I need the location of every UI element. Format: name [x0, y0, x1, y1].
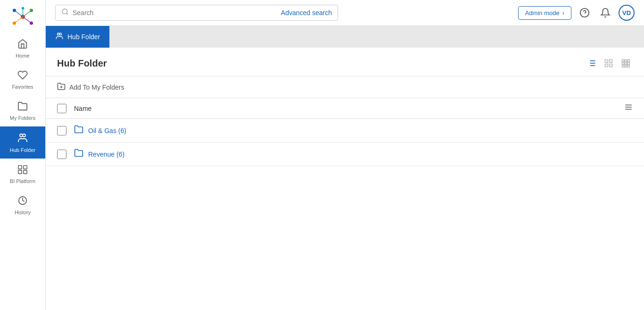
svg-rect-31: [610, 60, 612, 63]
table-header-menu-icon[interactable]: [624, 103, 633, 114]
admin-mode-button[interactable]: Admin mode ›: [518, 6, 571, 20]
page-content: Hub Folder: [46, 48, 644, 310]
svg-rect-34: [622, 60, 624, 62]
tab-bar: Hub Folder: [46, 26, 644, 48]
svg-rect-39: [627, 62, 629, 64]
svg-point-12: [23, 134, 25, 137]
table-row[interactable]: Revenue (6): [46, 142, 644, 166]
table-header-name: Name: [74, 105, 624, 112]
history-icon: [17, 195, 28, 208]
row-name: Oil & Gas (6): [88, 127, 633, 134]
content: Hub Folder Hub Folder: [46, 26, 644, 310]
table-row[interactable]: Oil & Gas (6): [46, 119, 644, 142]
svg-rect-40: [622, 65, 624, 67]
tab-hub-folder-icon: [55, 32, 64, 42]
sidebar-item-hub-folder[interactable]: Hub Folder: [0, 126, 45, 159]
folder-icon: [74, 125, 83, 136]
svg-rect-36: [627, 60, 629, 62]
svg-line-9: [23, 17, 31, 23]
sidebar-item-history-label: History: [15, 209, 31, 215]
main-area: Advanced search Admin mode ›: [46, 0, 644, 310]
view-list-button[interactable]: [585, 56, 599, 70]
sidebar-item-home-label: Home: [16, 53, 29, 59]
sidebar-item-history[interactable]: History: [0, 190, 45, 221]
sidebar-item-home[interactable]: Home: [0, 33, 45, 64]
svg-rect-37: [622, 62, 624, 64]
svg-rect-35: [625, 60, 627, 62]
tab-hub-folder-label: Hub Folder: [67, 33, 100, 41]
notification-button[interactable]: [598, 5, 613, 20]
table-rows: Oil & Gas (6) Revenue (6): [46, 119, 644, 166]
search-icon: [61, 8, 69, 17]
add-to-folders-label: Add To My Folders: [69, 84, 124, 91]
select-all-checkbox[interactable]: [57, 104, 66, 113]
avatar[interactable]: VD: [619, 5, 635, 21]
advanced-search-link[interactable]: Advanced search: [281, 9, 332, 17]
home-icon: [17, 39, 28, 51]
svg-rect-32: [605, 64, 608, 67]
my-folders-icon: [17, 101, 28, 113]
admin-mode-chevron: ›: [562, 9, 564, 17]
sidebar-item-bi-platform[interactable]: BI Platform: [0, 159, 45, 190]
svg-rect-13: [18, 166, 22, 169]
admin-mode-label: Admin mode: [525, 9, 560, 17]
page-header: Hub Folder: [46, 48, 644, 76]
sidebar-item-bi-platform-label: BI Platform: [10, 178, 35, 184]
help-button[interactable]: [577, 5, 592, 20]
svg-line-19: [66, 13, 68, 15]
hub-folder-icon: [17, 132, 28, 145]
svg-rect-42: [627, 65, 629, 67]
app-logo[interactable]: [8, 5, 37, 28]
search-box[interactable]: Advanced search: [55, 5, 338, 21]
svg-point-22: [58, 33, 60, 35]
svg-point-23: [59, 33, 62, 35]
bi-platform-icon: [17, 164, 28, 176]
table-header: Name: [46, 98, 644, 119]
view-grid2-button[interactable]: [619, 56, 633, 70]
search-input[interactable]: [73, 9, 277, 17]
svg-rect-15: [18, 170, 22, 174]
svg-rect-14: [24, 166, 27, 169]
sidebar: Home Favorites My Folders Hub Folder: [0, 0, 46, 310]
svg-point-11: [20, 134, 23, 137]
add-to-folders-button[interactable]: Add To My Folders: [46, 76, 644, 98]
page-title: Hub Folder: [57, 58, 107, 69]
svg-rect-16: [24, 170, 27, 174]
svg-rect-33: [610, 64, 612, 67]
avatar-initials: VD: [622, 9, 631, 17]
sidebar-item-my-folders[interactable]: My Folders: [0, 95, 45, 126]
row-checkbox[interactable]: [57, 150, 66, 159]
tab-hub-folder[interactable]: Hub Folder: [46, 26, 110, 48]
svg-line-6: [14, 10, 23, 17]
sidebar-item-favorites[interactable]: Favorites: [0, 64, 45, 95]
sidebar-item-favorites-label: Favorites: [12, 84, 33, 90]
topbar: Advanced search Admin mode ›: [46, 0, 644, 26]
svg-rect-41: [625, 65, 627, 67]
sidebar-item-my-folders-label: My Folders: [10, 115, 35, 121]
row-checkbox[interactable]: [57, 126, 66, 135]
svg-point-18: [62, 9, 67, 14]
view-grid-button[interactable]: [602, 56, 616, 70]
svg-line-8: [14, 17, 23, 23]
svg-rect-30: [605, 60, 608, 63]
row-name: Revenue (6): [88, 151, 633, 158]
add-to-folders-icon: [57, 82, 66, 92]
svg-line-7: [23, 10, 31, 17]
topbar-right: Admin mode › VD: [518, 5, 635, 21]
folder-icon: [74, 148, 83, 160]
view-toggles: [585, 56, 633, 70]
sidebar-item-hub-folder-label: Hub Folder: [10, 147, 35, 153]
favorites-icon: [17, 70, 28, 82]
svg-rect-38: [625, 62, 627, 64]
